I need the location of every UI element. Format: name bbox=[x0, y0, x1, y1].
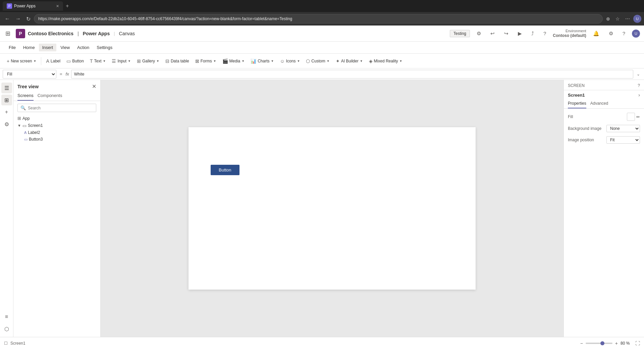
browser-nav: ← → ↻ https://make.powerapps.com/e/Defau… bbox=[0, 12, 644, 26]
waffle-icon[interactable]: ⊞ bbox=[4, 29, 12, 39]
extensions-button[interactable]: ⊕ bbox=[604, 15, 612, 23]
ai-builder-caret: ▼ bbox=[360, 59, 363, 63]
fill-color-swatch[interactable] bbox=[627, 113, 635, 121]
text-caret: ▼ bbox=[103, 59, 106, 63]
add-control-button[interactable]: + bbox=[1, 107, 12, 117]
menu-insert[interactable]: Insert bbox=[39, 44, 57, 51]
formula-input[interactable] bbox=[71, 70, 633, 79]
browser-chrome: P Power Apps ✕ + bbox=[0, 0, 644, 12]
charts-button[interactable]: 📊 Charts ▼ bbox=[248, 57, 276, 65]
browser-tab[interactable]: P Power Apps ✕ bbox=[3, 1, 63, 11]
screen-help-icon[interactable]: ? bbox=[638, 83, 640, 88]
background-image-select[interactable]: None bbox=[606, 125, 640, 132]
forms-button[interactable]: ⊠ Forms ▼ bbox=[193, 57, 219, 65]
status-checkbox[interactable]: ☐ bbox=[4, 341, 8, 346]
screen1-chevron: ▼ bbox=[17, 123, 21, 128]
data-table-btn-label: Data table bbox=[171, 59, 189, 63]
share-icon[interactable]: ⤴ bbox=[529, 29, 537, 38]
canvas-button-element[interactable]: Button bbox=[211, 165, 239, 175]
icons-button[interactable]: ☺ Icons ▼ bbox=[277, 57, 303, 65]
mixed-reality-caret: ▼ bbox=[399, 59, 402, 63]
undo-icon[interactable]: ↩ bbox=[488, 29, 497, 38]
right-panel-expand-icon[interactable]: › bbox=[638, 92, 640, 98]
menu-action[interactable]: Action bbox=[74, 44, 93, 51]
help-icon[interactable]: ? bbox=[541, 29, 549, 38]
button-icon: ▭ bbox=[66, 58, 71, 64]
formula-expand-icon[interactable]: ⌄ bbox=[635, 70, 641, 78]
env-label: Environment bbox=[553, 29, 586, 33]
gallery-button[interactable]: ⊞ Gallery ▼ bbox=[134, 57, 162, 65]
tree-item-label2[interactable]: A Label2 bbox=[16, 129, 98, 136]
gallery-btn-label: Gallery bbox=[142, 59, 155, 63]
redo-icon[interactable]: ↪ bbox=[501, 29, 511, 38]
input-button[interactable]: ☰ Input ▼ bbox=[109, 57, 133, 65]
ai-builder-button[interactable]: ✦ AI Builder ▼ bbox=[333, 57, 366, 65]
right-tab-advanced[interactable]: Advanced bbox=[590, 100, 608, 108]
hamburger-menu-button[interactable]: ☰ bbox=[1, 83, 12, 93]
label-button[interactable]: A Label bbox=[43, 57, 63, 65]
main-layout: ☰ ⊞ + ⚙ ≡ ⬡ Tree view ✕ Screens Componen… bbox=[0, 80, 644, 337]
treeview-icon-button[interactable]: ⊞ bbox=[1, 95, 12, 105]
settings-app-icon[interactable]: ⚙ bbox=[606, 29, 616, 38]
brand-name: Contoso Electronics bbox=[28, 31, 73, 36]
settings-button[interactable]: ⋯ bbox=[623, 15, 632, 23]
user-profile-avatar[interactable]: U bbox=[632, 30, 640, 38]
tree-tab-components[interactable]: Components bbox=[38, 92, 62, 101]
menu-view[interactable]: View bbox=[57, 44, 73, 51]
menu-settings[interactable]: Settings bbox=[93, 44, 116, 51]
forward-button[interactable]: → bbox=[13, 14, 23, 23]
screen1-label: Screen1 bbox=[28, 123, 90, 128]
tree-search-box[interactable]: 🔍 bbox=[17, 104, 96, 112]
data-table-button[interactable]: ⊟ Data table bbox=[163, 57, 192, 65]
data-sources-button[interactable]: ⚙ bbox=[1, 119, 12, 130]
zoom-in-button[interactable]: + bbox=[614, 340, 619, 347]
tree-view-close-button[interactable]: ✕ bbox=[92, 83, 96, 90]
back-button[interactable]: ← bbox=[3, 14, 12, 23]
fullscreen-button[interactable]: ⛶ bbox=[635, 341, 640, 346]
button-button[interactable]: ▭ Button bbox=[64, 57, 87, 65]
zoom-slider[interactable] bbox=[586, 343, 612, 344]
custom-button[interactable]: ⬡ Custom ▼ bbox=[303, 57, 332, 65]
new-tab-button[interactable]: + bbox=[66, 3, 69, 9]
new-screen-button[interactable]: + New screen ▼ bbox=[4, 57, 39, 65]
menu-file[interactable]: File bbox=[5, 44, 19, 51]
tree-item-button3[interactable]: ▭ Button3 bbox=[16, 136, 98, 143]
connections-button[interactable]: ⬡ bbox=[1, 323, 12, 334]
mixed-reality-btn-label: Mixed Reality bbox=[374, 59, 398, 63]
tab-close-button[interactable]: ✕ bbox=[56, 4, 59, 8]
suite-divider: | bbox=[114, 31, 115, 36]
image-position-select[interactable]: Fit bbox=[606, 136, 640, 144]
play-icon[interactable]: ▶ bbox=[515, 29, 525, 38]
formula-fx-label: fx bbox=[66, 71, 69, 77]
favorites-button[interactable]: ☆ bbox=[613, 15, 622, 23]
refresh-button[interactable]: ↻ bbox=[24, 14, 33, 23]
notifications-icon[interactable]: 🔔 bbox=[590, 29, 602, 38]
user-avatar[interactable]: U bbox=[633, 15, 641, 23]
tree-items-list: ⊞ App ▼ ▭ Screen1 ⋯ A Label2 ▭ Button3 bbox=[13, 115, 100, 337]
tree-view-panel: Tree view ✕ Screens Components 🔍 ⊞ App ▼… bbox=[13, 80, 101, 337]
tree-item-screen1[interactable]: ▼ ▭ Screen1 ⋯ bbox=[16, 122, 98, 129]
formula-bar: Fill = fx ⌄ bbox=[0, 68, 644, 80]
charts-caret: ▼ bbox=[271, 59, 274, 63]
variables-button[interactable]: ≡ bbox=[1, 311, 12, 322]
media-icon: 🎬 bbox=[222, 58, 228, 64]
tree-tab-screens[interactable]: Screens bbox=[17, 92, 34, 101]
text-button[interactable]: T Text ▼ bbox=[87, 57, 109, 65]
sync-icon[interactable]: ⚙ bbox=[474, 29, 484, 38]
tree-item-app[interactable]: ⊞ App bbox=[16, 115, 98, 122]
help-app-icon[interactable]: ? bbox=[620, 29, 628, 38]
background-image-label: Background image bbox=[568, 126, 601, 131]
menu-home[interactable]: Home bbox=[20, 44, 38, 51]
tree-search-input[interactable] bbox=[28, 106, 93, 110]
right-tab-properties[interactable]: Properties bbox=[568, 100, 586, 108]
right-panel-tabs: Properties Advanced bbox=[564, 100, 644, 109]
zoom-out-button[interactable]: − bbox=[579, 340, 584, 347]
fill-edit-icon[interactable]: ✏ bbox=[636, 114, 640, 119]
toolbar-sep-1 bbox=[41, 57, 41, 65]
canvas-frame[interactable]: Button bbox=[189, 127, 476, 290]
property-selector[interactable]: Fill bbox=[3, 70, 56, 79]
custom-caret: ▼ bbox=[327, 59, 330, 63]
mixed-reality-button[interactable]: ◈ Mixed Reality ▼ bbox=[366, 57, 405, 65]
address-bar[interactable]: https://make.powerapps.com/e/Default-22d… bbox=[34, 14, 603, 23]
media-button[interactable]: 🎬 Media ▼ bbox=[220, 57, 248, 65]
